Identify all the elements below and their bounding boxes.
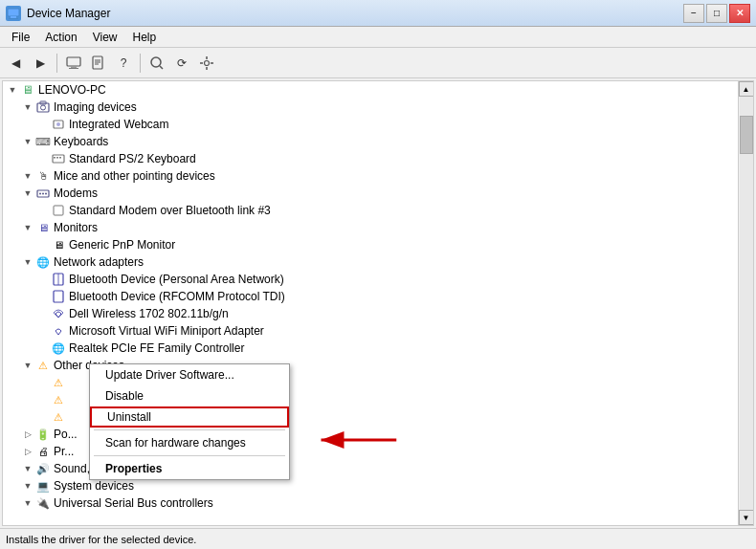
tree-item-usb[interactable]: ▼ 🔌 Universal Serial Bus controllers [3,494,738,512]
svg-rect-1 [11,16,16,18]
other-icon: ⚠ [35,358,51,373]
maximize-button[interactable]: □ [706,4,727,23]
imaging-icon [35,99,51,115]
svg-rect-30 [54,206,63,215]
red-arrow [309,426,405,454]
expand-icon-monitors: ▼ [22,222,33,233]
menu-help[interactable]: Help [125,29,165,46]
app-icon [6,6,21,21]
svg-rect-0 [8,9,19,16]
settings-button[interactable] [195,52,218,75]
svg-rect-5 [69,68,78,69]
toolbar-separator-1 [56,54,57,73]
tree-item-bt-pan[interactable]: ▷ Bluetooth Device (Personal Area Networ… [3,271,738,288]
tree-item-webcam[interactable]: ▷ Integrated Webcam [3,116,738,133]
menu-action[interactable]: Action [37,29,84,46]
scroll-down-button[interactable]: ▼ [739,510,754,525]
back-button[interactable]: ◀ [4,52,27,75]
svg-point-10 [151,57,161,67]
tree-item-realtek[interactable]: ▷ 🌐 Realtek PCIe FE Family Controller [3,340,738,357]
ctx-properties[interactable]: Properties [90,458,289,479]
status-text: Installs the driver for the selected dev… [6,534,196,545]
tree-root[interactable]: ▼ 🖥 LENOVO-PC [3,81,738,99]
scroll-up-button[interactable]: ▲ [739,81,754,97]
status-bar: Installs the driver for the selected dev… [0,528,756,549]
modem-bt-icon [51,203,66,218]
tree-item-network[interactable]: ▼ 🌐 Network adapters [3,253,738,271]
tree-item-dell-wireless[interactable]: ▷ Dell Wireless 1702 802.11b/g/n [3,305,738,322]
ctx-scan[interactable]: Scan for hardware changes [90,432,289,453]
scroll-thumb[interactable] [740,116,753,154]
tree-item-generic-monitor[interactable]: ▷ 🖥 Generic PnP Monitor [3,236,738,253]
toolbar-separator-2 [140,54,141,73]
bt-pan-icon [51,272,66,287]
properties-button[interactable] [87,52,110,75]
help-button[interactable]: ? [112,52,135,75]
tree-item-imaging[interactable]: ▼ Imaging devices [3,99,738,116]
svg-rect-33 [54,291,63,302]
tree-item-bt-rfcomm[interactable]: ▷ Bluetooth Device (RFCOMM Protocol TDI) [3,288,738,305]
svg-line-11 [160,66,163,69]
ctx-update-driver[interactable]: Update Driver Software... [90,364,289,385]
expand-icon-mice: ▼ [22,170,33,182]
computer-icon: 🖥 [20,82,35,98]
context-menu: Update Driver Software... Disable Uninst… [89,363,290,480]
tree-item-ms-virtual-wifi[interactable]: ▷ Microsoft Virtual WiFi Miniport Adapte… [3,322,738,340]
tree-item-modems[interactable]: ▼ Modems [3,185,738,202]
svg-rect-3 [67,57,80,66]
expand-icon-imaging: ▼ [22,101,33,113]
svg-rect-24 [56,157,58,159]
ctx-uninstall[interactable]: Uninstall [90,406,289,428]
expand-icon-other: ▼ [22,360,33,371]
menu-view[interactable]: View [85,29,125,46]
svg-point-28 [42,193,44,195]
system-icon: 💻 [35,478,51,494]
bt-rfcomm-icon [51,289,66,304]
tree-item-keyboards[interactable]: ▼ ⌨ Keyboards [3,133,738,150]
po-icon: 🔋 [35,427,51,442]
main-content: ▼ 🖥 LENOVO-PC ▼ Imaging devices ▷ [0,78,756,528]
tree-item-modem-bt[interactable]: ▷ Standard Modem over Bluetooth link #3 [3,202,738,219]
forward-button[interactable]: ▶ [29,52,52,75]
minimize-button[interactable]: − [683,4,704,23]
close-button[interactable]: ✕ [729,4,750,23]
ctx-separator-2 [94,455,285,456]
sound-icon: 🔊 [35,461,51,476]
expand-icon-modems: ▼ [22,187,33,199]
tree-item-monitors[interactable]: ▼ 🖥 Monitors [3,219,738,236]
monitor-icon: 🖥 [35,220,51,235]
modem-icon [35,186,51,201]
dell-wireless-icon [51,306,66,321]
expand-icon-network: ▼ [22,256,33,268]
svg-point-12 [205,60,210,65]
svg-rect-25 [59,157,61,159]
window-controls: − □ ✕ [683,4,750,23]
generic-monitor-icon: 🖥 [51,237,66,253]
menu-bar: File Action View Help [0,27,756,48]
device-tree-panel[interactable]: ▼ 🖥 LENOVO-PC ▼ Imaging devices ▷ [2,80,754,526]
unknown1-icon: ⚠ [51,375,66,390]
expand-icon-keyboards: ▼ [22,136,33,147]
svg-point-21 [56,122,60,126]
svg-point-29 [45,193,47,195]
tree-item-mice[interactable]: ▼ 🖱 Mice and other pointing devices [3,167,738,185]
network-icon: 🌐 [35,254,51,270]
menu-file[interactable]: File [4,29,37,46]
ctx-disable[interactable]: Disable [90,385,289,406]
realtek-icon: 🌐 [51,340,66,356]
svg-rect-2 [9,18,18,19]
tree-item-ps2kb[interactable]: ▷ Standard PS/2 Keyboard [3,150,738,167]
title-bar: Device Manager − □ ✕ [0,0,756,27]
scan-button[interactable] [145,52,168,75]
mouse-icon: 🖱 [35,168,51,184]
svg-rect-22 [53,155,64,163]
unknown2-icon: ⚠ [51,392,66,407]
computer-button[interactable] [62,52,85,75]
svg-point-27 [39,193,41,195]
toolbar: ◀ ▶ ? ⟳ [0,48,756,78]
scroll-track[interactable] [740,97,753,510]
window-title: Device Manager [27,7,683,20]
scrollbar[interactable]: ▲ ▼ [738,81,753,525]
refresh-button[interactable]: ⟳ [170,52,193,75]
pr-icon: 🖨 [35,444,51,459]
